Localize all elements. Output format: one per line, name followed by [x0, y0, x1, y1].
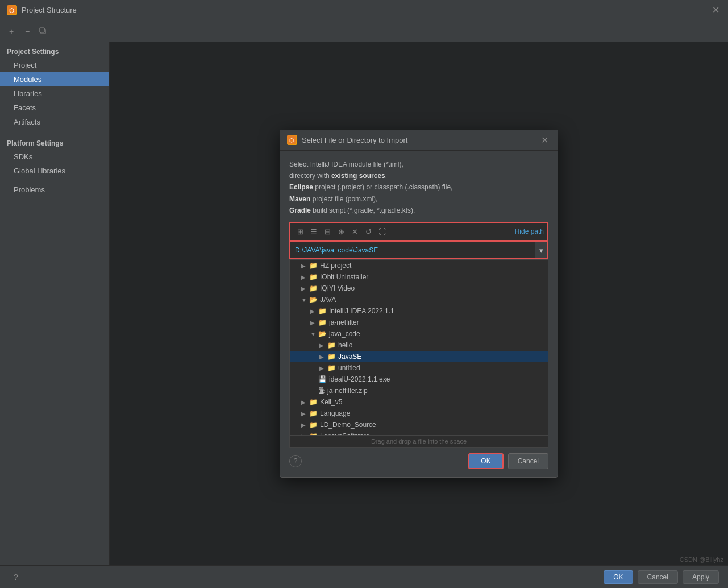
folder-icon: 📂 — [309, 296, 318, 304]
tree-item-ja-netfilter-zip[interactable]: 🗜 ja-netfilter.zip — [290, 385, 548, 396]
file-toolbar-btn-1[interactable]: ⊞ — [294, 225, 306, 238]
file-toolbar-btn-2[interactable]: ☰ — [307, 225, 320, 238]
tree-item-java[interactable]: ▼ 📂 JAVA — [290, 294, 548, 305]
cancel-button[interactable]: Cancel — [638, 570, 678, 584]
tree-item-iqiyi[interactable]: ▶ 📁 IQIYI Video — [290, 283, 548, 294]
tree-item-label: LD_Demo_Source — [320, 421, 376, 429]
tree-arrow: ▼ — [310, 331, 316, 337]
sidebar-item-facets[interactable]: Facets — [0, 101, 109, 115]
sidebar-item-artifacts[interactable]: Artifacts — [0, 115, 109, 129]
sidebar-item-sdks[interactable]: SDKs — [0, 150, 109, 164]
tree-item-lenovo[interactable]: ▶ 📁 LenovoSoftstore — [290, 430, 548, 436]
tree-item-label: IObit Uninstaller — [320, 273, 368, 281]
tree-item-iobit[interactable]: ▶ 📁 IObit Uninstaller — [290, 271, 548, 283]
tree-item-ja-netfilter[interactable]: ▶ 📁 ja-netfilter — [290, 317, 548, 328]
sidebar-item-problems[interactable]: Problems — [0, 183, 109, 197]
tree-item-language[interactable]: ▶ 📁 Language — [290, 408, 548, 419]
add-button[interactable]: + — [5, 24, 18, 38]
folder-icon: 📁 — [309, 409, 318, 417]
main-toolbar: + − — [0, 20, 728, 42]
close-icon[interactable]: ✕ — [712, 6, 721, 15]
file-toolbar-btn-5[interactable]: ✕ — [348, 225, 361, 238]
bottom-help-button[interactable]: ? — [9, 570, 23, 584]
folder-icon: 📂 — [318, 330, 327, 338]
bottom-left: ? — [9, 570, 599, 584]
tree-item-keil[interactable]: ▶ 📁 Keil_v5 — [290, 396, 548, 408]
folder-icon: 📁 — [327, 353, 336, 361]
main-window: ⬡ Project Structure ✕ + − Project Settin… — [0, 0, 728, 588]
content-area: Project Settings Project Modules Librari… — [0, 42, 728, 565]
apply-button[interactable]: Apply — [683, 570, 719, 584]
dialog-title: Select File or Directory to Import — [302, 136, 534, 144]
file-toolbar-btn-3[interactable]: ⊟ — [321, 225, 334, 238]
tree-arrow: ▶ — [301, 422, 307, 428]
tree-item-untitled[interactable]: ▶ 📁 untitled — [290, 362, 548, 374]
ok-button[interactable]: OK — [604, 570, 633, 584]
tree-item-label: IntelliJ IDEA 2022.1.1 — [329, 307, 394, 315]
tree-item-hello[interactable]: ▶ 📁 hello — [290, 339, 548, 351]
tree-item-javase[interactable]: ▶ 📁 JavaSE — [290, 351, 548, 362]
tree-item-label: untitled — [338, 364, 360, 372]
folder-icon: 📁 — [309, 284, 318, 292]
tree-arrow: ▶ — [319, 342, 325, 349]
path-input[interactable] — [290, 243, 535, 257]
file-tree[interactable]: ▶ 📁 HZ project ▶ 📁 IObit Uninstaller — [289, 259, 548, 436]
tree-item-label: Keil_v5 — [320, 398, 342, 406]
tree-arrow: ▶ — [310, 320, 316, 326]
sidebar-item-libraries[interactable]: Libraries — [0, 86, 109, 101]
remove-button[interactable]: − — [20, 24, 34, 38]
file-toolbar-btn-7[interactable]: ⛶ — [376, 225, 388, 238]
folder-icon: 📁 — [327, 364, 336, 372]
path-container: ▾ — [289, 241, 548, 259]
dialog-close-button[interactable]: ✕ — [539, 135, 551, 146]
dialog-app-icon: ⬡ — [287, 135, 297, 145]
folder-icon: 📁 — [327, 341, 336, 349]
dialog-bottom: ? OK Cancel — [280, 448, 558, 477]
tree-arrow: ▶ — [301, 285, 307, 292]
title-bar: ⬡ Project Structure ✕ — [0, 0, 728, 20]
import-dialog: ⬡ Select File or Directory to Import ✕ S… — [280, 130, 558, 478]
sidebar: Project Settings Project Modules Librari… — [0, 42, 110, 565]
sidebar-item-project[interactable]: Project — [0, 58, 109, 72]
dialog-help-button[interactable]: ? — [289, 455, 302, 467]
tree-item-intellij[interactable]: ▶ 📁 IntelliJ IDEA 2022.1.1 — [290, 305, 548, 317]
tree-item-label: ja-netfilter.zip — [327, 387, 368, 395]
platform-settings-heading: Platform Settings — [0, 134, 109, 150]
tree-arrow: ▶ — [301, 263, 307, 269]
copy-button[interactable] — [36, 24, 50, 38]
bottom-bar: ? OK Cancel Apply — [0, 565, 728, 588]
file-toolbar-btn-6[interactable]: ↺ — [362, 225, 375, 238]
tree-arrow: ▶ — [301, 411, 307, 417]
app-icon: ⬡ — [7, 5, 17, 15]
dialog-body: Select IntelliJ IDEA module file (*.iml)… — [280, 151, 558, 448]
dialog-cancel-button[interactable]: Cancel — [508, 453, 548, 469]
tree-item-label: Language — [320, 409, 350, 417]
tree-item-ld-demo[interactable]: ▶ 📁 LD_Demo_Source — [290, 419, 548, 430]
svg-rect-3 — [40, 28, 44, 32]
folder-icon: 📁 — [318, 318, 327, 326]
svg-text:⬡: ⬡ — [9, 7, 14, 14]
tree-item-label: idealU-2022.1.1.exe — [329, 375, 390, 383]
dialog-ok-button[interactable]: OK — [468, 453, 503, 469]
tree-item-label: IQIYI Video — [320, 284, 355, 292]
tree-arrow: ▶ — [319, 354, 325, 360]
dialog-actions: OK Cancel — [306, 453, 548, 469]
sidebar-item-modules[interactable]: Modules — [0, 72, 109, 86]
tree-item-java-code[interactable]: ▼ 📂 java_code — [290, 328, 548, 339]
sidebar-item-global-libraries[interactable]: Global Libraries — [0, 164, 109, 178]
svg-text:⬡: ⬡ — [289, 138, 294, 143]
tree-item-hz-project[interactable]: ▶ 📁 HZ project — [290, 260, 548, 271]
dialog-overlay: ⬡ Select File or Directory to Import ✕ S… — [110, 42, 728, 565]
folder-icon: 📁 — [318, 307, 327, 315]
tree-item-idealu[interactable]: 💾 idealU-2022.1.1.exe — [290, 374, 548, 385]
tree-arrow: ▶ — [301, 274, 307, 280]
hide-path-link[interactable]: Hide path — [515, 227, 544, 235]
tree-arrow: ▶ — [301, 399, 307, 405]
path-dropdown-button[interactable]: ▾ — [535, 242, 547, 258]
file-toolbar-btn-4[interactable]: ⊕ — [335, 225, 347, 238]
tree-item-label: java_code — [329, 330, 360, 338]
project-settings-heading: Project Settings — [0, 42, 109, 58]
tree-arrow: ▼ — [301, 297, 307, 303]
file-toolbar: ⊞ ☰ ⊟ ⊕ ✕ ↺ ⛶ Hide path — [289, 222, 548, 241]
tree-item-label: HZ project — [320, 262, 351, 270]
